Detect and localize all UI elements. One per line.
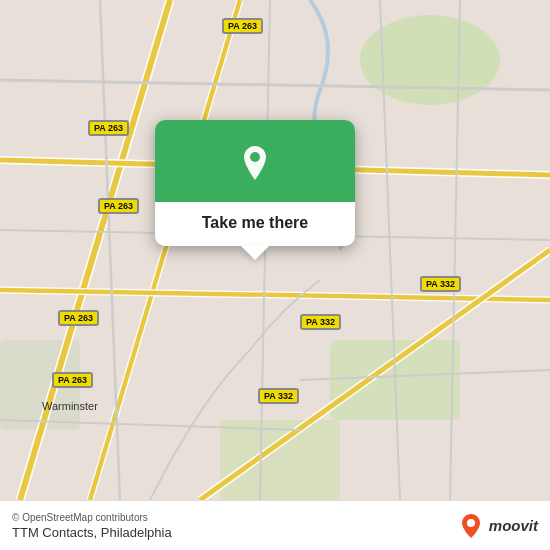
copyright-text: © OpenStreetMap contributors <box>12 512 172 523</box>
bottom-bar: © OpenStreetMap contributors TTM Contact… <box>0 500 550 550</box>
road-badge-pa332-center: PA 332 <box>300 314 341 330</box>
moovit-logo: moovit <box>457 512 538 540</box>
svg-point-24 <box>467 519 475 527</box>
road-badge-pa263-center: PA 263 <box>98 198 139 214</box>
town-label-warminster: Warminster <box>42 400 98 412</box>
location-pin-icon <box>234 142 276 184</box>
road-badge-pa263-btm: PA 263 <box>52 372 93 388</box>
map-container: PA 263 PA 263 PA 263 PA 263 PA 263 PA 33… <box>0 0 550 500</box>
svg-rect-4 <box>220 420 340 500</box>
road-badge-pa332-right: PA 332 <box>420 276 461 292</box>
road-badge-pa263-top: PA 263 <box>222 18 263 34</box>
take-me-there-button[interactable]: Take me there <box>186 202 324 246</box>
popup-card: Take me there <box>155 120 355 246</box>
app-title: TTM Contacts, Philadelphia <box>12 525 172 540</box>
svg-point-23 <box>250 152 260 162</box>
moovit-brand-text: moovit <box>489 517 538 534</box>
road-badge-pa332-btm: PA 332 <box>258 388 299 404</box>
road-badge-pa263-mid: PA 263 <box>88 120 129 136</box>
moovit-pin-icon <box>457 512 485 540</box>
road-badge-pa263-btm-left: PA 263 <box>58 310 99 326</box>
popup-icon-area <box>155 120 355 202</box>
map-roads-svg <box>0 0 550 500</box>
